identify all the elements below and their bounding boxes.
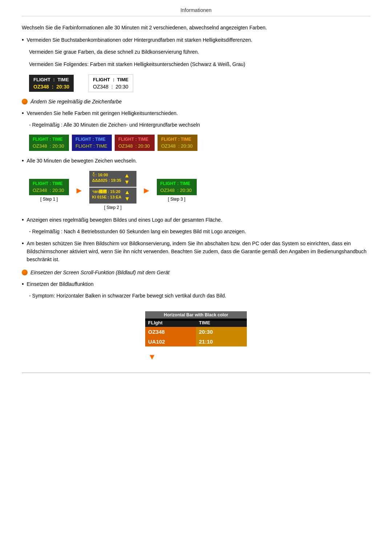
fb-variant-4: FLIGHT : TIME OZ348 : 20:30 — [158, 135, 197, 151]
sub-text-block-1: Vermeiden Sie graue Farben, da diese sch… — [29, 48, 370, 69]
flight-header-dark: FLIGHT : TIME — [33, 77, 69, 82]
fb2-header: FLIGHT : TIME — [75, 137, 108, 142]
flight-box-light: FLIGHT : TIME OZ348 : 20:30 — [88, 74, 133, 92]
hbar-row-1: OZ348 20:30 — [145, 327, 247, 337]
hbar-demo-wrapper: Horizontal Bar with Black color FLIght T… — [145, 305, 247, 362]
fb4-data: OZ348 : 20:30 — [161, 143, 194, 149]
bullet-item-1: • Vermeiden Sie Buchstabenkombinationen … — [22, 36, 370, 44]
hbar-cell-ua102: UA102 — [145, 337, 196, 346]
fb3-data: OZ348 : 20:30 — [118, 143, 151, 149]
orange-heading-1-text: Ändern Sie regelmäßig die Zeichenfarbe — [30, 98, 122, 106]
sub-text-1: Vermeiden Sie graue Farben, da diese sch… — [29, 48, 370, 56]
step2-up-arrow2: ▲ — [124, 189, 130, 196]
arrow-2: ► — [142, 185, 151, 196]
step2-container: ꥏꥐꥑꥒ : 16:00ΔΔΔ025 : 19:35 ▲ ▼ ᥐᥑᥒ꥔꥕ : 1… — [89, 171, 136, 210]
fb-variant-3: FLIGHT : TIME OZ348 : 20:30 — [115, 135, 155, 151]
step2-left2: ᥐᥑᥒ꥔꥕ : 15:20Kl 015E : 13:EA — [92, 189, 122, 202]
flight-box-dark: FLIGHT : TIME OZ348 : 20:30 — [29, 75, 74, 92]
step2-box: ꥏꥐꥑꥒ : 16:00ΔΔΔ025 : 19:35 ▲ ▼ — [89, 171, 136, 187]
fd-dark-colon: : — [50, 84, 55, 90]
fh-dark-flight: FLIGHT — [33, 77, 50, 82]
orange-heading-2: Einsetzen der Screen Scroll-Funktion (Bi… — [22, 269, 370, 276]
fb1-header: FLIGHT : TIME — [33, 137, 65, 142]
sub-text-3: - Regelmäßig : Alle 30 Minuten die Zeich… — [29, 121, 370, 129]
hbar-title: Horizontal Bar with Black color — [145, 311, 247, 319]
fb-variant-2: FLIGHT : TIME FLIGHT : TIME — [72, 135, 112, 151]
down-arrow-col: ▼ — [148, 352, 247, 362]
flight-data-dark: OZ348 : 20:30 — [33, 84, 69, 90]
bullet-item-4: • Anzeigen eines regelmäßig bewegten Bil… — [22, 216, 370, 224]
step2-left: ꥏꥐꥑꥒ : 16:00ΔΔΔ025 : 19:35 — [92, 172, 121, 185]
step3-header: FLIGHT : TIME — [160, 181, 193, 186]
fh-light-colon: : — [111, 77, 116, 82]
bullet-dot-4: • — [22, 217, 24, 223]
orange-circle-2 — [22, 270, 28, 275]
orange-circle-1 — [22, 99, 28, 104]
fb3-header: FLIGHT : TIME — [118, 137, 151, 142]
fb2-data: FLIGHT : TIME — [75, 143, 108, 149]
orange-heading-2-text: Einsetzen der Screen Scroll-Funktion (Bi… — [30, 269, 170, 276]
bullet-item-6: • Einsetzen der Bildlauffunktion — [22, 280, 370, 288]
bullet-dot-1: • — [22, 37, 24, 43]
step2-scrambled-1: ꥏꥐꥑꥒ : 16:00ΔΔΔ025 : 19:35 — [92, 172, 121, 184]
step1-data: OZ348 : 20:30 — [33, 188, 65, 193]
bullet-content-5: Am besten schützen Sie Ihren Bildschirm … — [27, 239, 370, 264]
hbar-demo: Horizontal Bar with Black color FLIght T… — [145, 311, 247, 346]
hbar-row-2: UA102 21:10 — [145, 337, 247, 346]
fd-light-oz: OZ348 — [93, 84, 109, 90]
hbar-cell-2110: 21:10 — [196, 337, 247, 346]
hbar-header-row: FLIght TIME — [145, 319, 247, 327]
hbar-cell-2030: 20:30 — [196, 327, 247, 337]
step2-up-arrow: ▲ — [124, 172, 130, 179]
page-container: Informationen Wechseln Sie die Farbinfor… — [0, 0, 392, 398]
flight-boxes-4: FLIGHT : TIME OZ348 : 20:30 FLIGHT : TIM… — [29, 135, 370, 151]
step3-box: FLIGHT : TIME OZ348 : 20:30 — [157, 179, 197, 195]
fh-dark-time: TIME — [58, 77, 69, 82]
fh-light-time: TIME — [117, 77, 128, 82]
step2-arrows2: ▲ ▼ — [124, 189, 130, 202]
hbar-cell-oz348: OZ348 — [145, 327, 196, 337]
bullet-item-2: • Verwenden Sie helle Farben mit geringe… — [22, 109, 370, 117]
sub-text-4: - Regelmäßig : Nach 4 Betriebsstunden 60… — [29, 227, 370, 235]
step3-label: [ Step 3 ] — [168, 197, 185, 202]
bullet-content-4: Anzeigen eines regelmäßig bewegten Bilde… — [27, 216, 370, 224]
arrow-1: ► — [75, 185, 83, 196]
step2-label: [ Step 2 ] — [104, 205, 122, 210]
fh-light-flight: FLIGHT — [93, 77, 110, 82]
fb4-header: FLIGHT : TIME — [161, 137, 194, 142]
bullet-item-5: • Am besten schützen Sie Ihren Bildschir… — [22, 239, 370, 264]
step1-label: [ Step 1 ] — [40, 197, 58, 202]
bullet-content-6: Einsetzen der Bildlauffunktion — [27, 280, 370, 288]
step2-down-arrow2: ▼ — [124, 196, 130, 202]
bullet-dot-3: • — [22, 157, 24, 164]
bullet-content-1: Vermeiden Sie Buchstabenkombinationen od… — [27, 36, 370, 44]
fd-light-time: 20:30 — [116, 84, 128, 90]
fb-variant-1: FLIGHT : TIME OZ348 : 20:30 — [29, 135, 69, 151]
fd-dark-time: 20:30 — [56, 84, 69, 90]
sub-text-5: - Symptom: Horizontaler Balken in schwar… — [29, 292, 370, 300]
bullet-content-3: Alle 30 Minuten die bewegten Zeichen wec… — [27, 157, 370, 165]
hbar-demo-container: Horizontal Bar with Black color FLIght T… — [22, 305, 370, 362]
fd-light-colon: : — [110, 84, 114, 90]
bullet-content-2: Verwenden Sie helle Farben mit geringen … — [27, 109, 370, 117]
orange-heading-1: Ändern Sie regelmäßig die Zeichenfarbe — [22, 98, 370, 106]
flight-header-light: FLIGHT : TIME — [93, 77, 128, 82]
step3-data: OZ348 : 20:30 — [160, 188, 193, 193]
bottom-divider — [22, 373, 370, 373]
page-title: Informationen — [22, 7, 370, 16]
step1-header: FLIGHT : TIME — [33, 181, 65, 186]
step-diagram: FLIGHT : TIME OZ348 : 20:30 [ Step 1 ] ►… — [29, 171, 370, 210]
step3-container: FLIGHT : TIME OZ348 : 20:30 [ Step 3 ] — [157, 179, 197, 202]
intro-text: Wechseln Sie die Farbinformationen alle … — [22, 24, 370, 32]
bullet-dot-2: • — [22, 110, 24, 116]
step2-box2: ᥐᥑᥒ꥔꥕ : 15:20Kl 015E : 13:EA ▲ ▼ — [89, 188, 136, 204]
bullet-dot-6: • — [22, 281, 24, 287]
step2-scrambled-2: ᥐᥑᥒ꥔꥕ : 15:20Kl 015E : 13:EA — [92, 189, 122, 200]
step1-container: FLIGHT : TIME OZ348 : 20:30 [ Step 1 ] — [29, 179, 69, 202]
bullet-dot-5: • — [22, 240, 24, 247]
step2-arrows: ▲ ▼ — [124, 172, 130, 185]
down-arrow-icon: ▼ — [148, 352, 247, 362]
flight-data-light: OZ348 : 20:30 — [93, 84, 128, 90]
black-bar — [145, 319, 247, 321]
sub-text-2: Vermeiden Sie Folgendes: Farben mit star… — [29, 60, 370, 68]
